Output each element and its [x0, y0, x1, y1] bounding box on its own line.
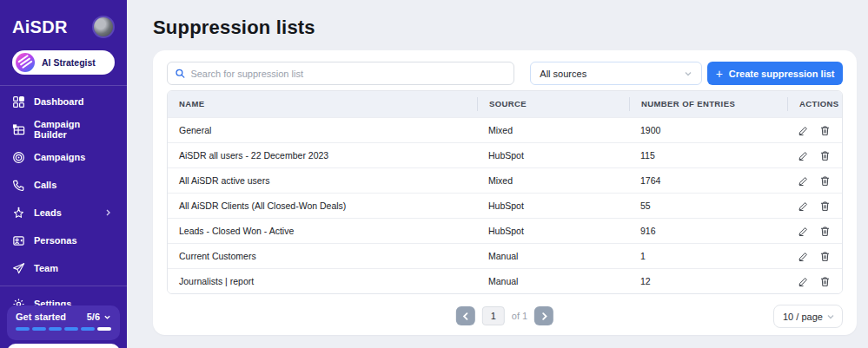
trash-icon [819, 276, 831, 287]
cell-source: HubSpot [477, 200, 629, 211]
chevron-down-icon [103, 313, 111, 321]
ai-strategist-label: AI Strategist [42, 57, 96, 68]
page-size-value: 10 / page [783, 312, 826, 322]
trash-icon [819, 175, 831, 187]
cell-name: Leads - Closed Won - Active [168, 226, 477, 236]
search-box[interactable] [167, 62, 514, 85]
sidebar-item-campaign-builder[interactable]: Campaign Builder [0, 115, 127, 143]
current-page-input[interactable]: 1 [482, 306, 505, 325]
cell-name: General [168, 125, 477, 135]
edit-button[interactable] [798, 175, 809, 187]
app-logo: AiSDR [12, 17, 68, 37]
page-size-select[interactable]: 10 / page [773, 305, 843, 328]
search-input[interactable] [190, 69, 507, 79]
delete-button[interactable] [819, 200, 831, 212]
cell-entries: 12 [629, 276, 787, 286]
sidebar-item-personas[interactable]: Personas [0, 227, 127, 254]
suppression-lists-panel: All sources + Create suppression list NA… [153, 50, 857, 335]
delete-button[interactable] [819, 276, 831, 287]
pencil-icon [798, 175, 809, 187]
trash-icon [819, 125, 831, 136]
campaign-builder-icon [12, 123, 25, 136]
table-body: GeneralMixed1900AiSDR all users - 22 Dec… [168, 117, 842, 293]
source-filter-select[interactable]: All sources [530, 62, 702, 85]
create-suppression-list-button[interactable]: + Create suppression list [707, 62, 843, 85]
edit-button[interactable] [798, 251, 809, 262]
edit-button[interactable] [798, 125, 809, 136]
sidebar-item-calls[interactable]: Calls [0, 171, 127, 199]
table-row: Journalists | reportManual12 [168, 268, 842, 293]
table-row: All AiSDR active usersMixed1764 [168, 167, 842, 193]
cell-name: AiSDR all users - 22 December 2023 [168, 150, 477, 161]
chevron-down-icon [826, 312, 835, 321]
pager: 1 of 1 [456, 306, 553, 325]
trash-icon [819, 226, 831, 237]
cell-actions [787, 276, 842, 287]
previous-page-button[interactable] [456, 306, 475, 325]
page-count-label: of 1 [512, 311, 527, 321]
table-header: NAME SOURCE NUMBER OF ENTRIES ACTIONS [168, 91, 842, 117]
ai-strategist-button[interactable]: AI Strategist [12, 50, 115, 75]
cell-actions [787, 125, 842, 136]
source-filter-value: All sources [540, 69, 684, 79]
delete-button[interactable] [819, 175, 831, 187]
pagination-row: 1 of 1 10 / page [167, 294, 843, 343]
get-started-label: Get started [16, 312, 87, 322]
get-started-widget[interactable]: Get started 5/6 [7, 305, 120, 340]
dashboard-icon [12, 95, 25, 108]
cell-source: Manual [477, 276, 629, 286]
column-header-actions: ACTIONS [787, 97, 842, 111]
table-row: AiSDR all users - 22 December 2023HubSpo… [168, 142, 842, 167]
sidebar-item-campaigns[interactable]: Campaigns [0, 143, 127, 171]
cell-source: Manual [477, 251, 629, 261]
column-header-entries: NUMBER OF ENTRIES [629, 97, 787, 111]
cell-entries: 916 [629, 226, 787, 236]
sidebar-item-team[interactable]: Team [0, 254, 127, 282]
pencil-icon [798, 251, 809, 262]
delete-button[interactable] [819, 251, 831, 262]
edit-button[interactable] [798, 276, 809, 287]
chevron-right-icon [102, 209, 115, 216]
pencil-icon [798, 226, 809, 237]
cell-source: Mixed [477, 175, 629, 186]
next-page-button[interactable] [534, 306, 553, 325]
delete-button[interactable] [819, 125, 831, 136]
chevron-down-icon [684, 69, 692, 78]
sidebar-item-leads[interactable]: Leads [0, 199, 127, 227]
table-row: All AiSDR Clients (All Closed-Won Deals)… [168, 193, 842, 218]
pencil-icon [798, 125, 809, 136]
sidebar-divider [0, 286, 127, 286]
sidebar-bottom-card[interactable] [7, 344, 120, 348]
cell-actions [787, 200, 842, 212]
cell-name: Current Customers [168, 251, 477, 261]
trash-icon [819, 150, 831, 161]
column-header-source: SOURCE [477, 97, 629, 111]
personas-icon [12, 234, 25, 247]
pencil-icon [798, 276, 809, 287]
trash-icon [819, 200, 831, 212]
cell-entries: 55 [629, 200, 787, 211]
user-avatar[interactable] [92, 16, 115, 38]
cell-name: All AiSDR Clients (All Closed-Won Deals) [168, 200, 477, 211]
delete-button[interactable] [819, 226, 831, 237]
table-row: GeneralMixed1900 [168, 117, 842, 142]
column-header-name: NAME [168, 97, 477, 111]
cell-actions [787, 150, 842, 161]
delete-button[interactable] [819, 150, 831, 161]
trash-icon [819, 251, 831, 262]
sidebar-nav: Dashboard Campaign Builder Campaigns Cal… [0, 86, 127, 282]
edit-button[interactable] [798, 226, 809, 237]
sidebar-item-dashboard[interactable]: Dashboard [0, 88, 127, 115]
pencil-icon [798, 150, 809, 161]
get-started-progress-count: 5/6 [87, 312, 100, 322]
team-icon [12, 262, 25, 275]
controls-row: All sources + Create suppression list [167, 62, 843, 85]
cell-actions [787, 226, 842, 237]
sidebar: AiSDR AI Strategist Dashboard Campaign B… [0, 0, 127, 348]
edit-button[interactable] [798, 200, 809, 212]
cell-entries: 1764 [629, 175, 787, 186]
cell-source: HubSpot [477, 226, 629, 236]
edit-button[interactable] [798, 150, 809, 161]
table-row: Leads - Closed Won - ActiveHubSpot916 [168, 218, 842, 243]
cell-entries: 115 [629, 150, 787, 161]
